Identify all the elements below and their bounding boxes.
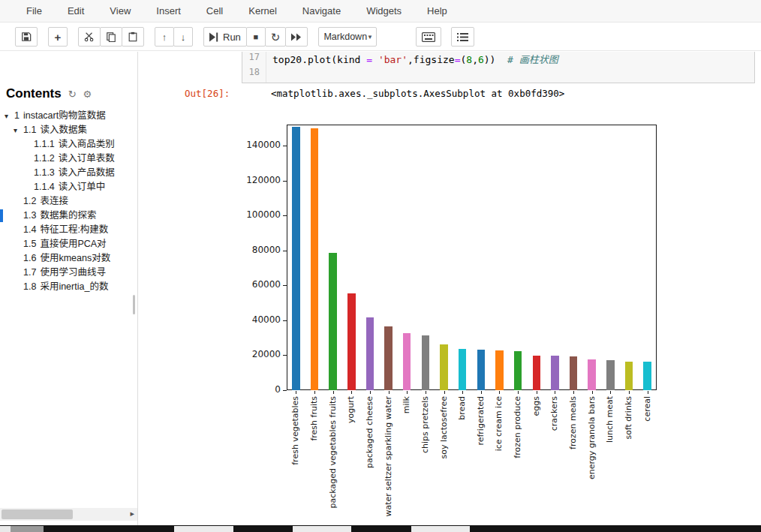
add-cell-button[interactable]: + xyxy=(48,27,68,47)
toc-item-number: 1.2 xyxy=(23,196,36,206)
toc-item-number: 1 xyxy=(14,110,20,121)
toc-item-number: 1.8 xyxy=(23,281,36,292)
toc-item-1.6[interactable]: 1.6使用kmeans对数 xyxy=(0,251,137,266)
menu-item-insert[interactable]: Insert xyxy=(143,0,194,23)
toc-item-1.1.3[interactable]: 1.1.3读入产品数据 xyxy=(0,166,137,180)
x-tick-mark xyxy=(407,391,408,394)
toc-vertical-scrollbar-thumb[interactable] xyxy=(133,295,135,314)
toc-toggle-button[interactable] xyxy=(451,27,474,47)
toc-item-label: 读入产品数据 xyxy=(59,167,115,178)
toc-refresh-icon[interactable]: ↻ xyxy=(68,89,77,100)
y-tick-mark xyxy=(283,320,287,321)
x-tick-label: crackers xyxy=(549,396,559,431)
cut-cell-button[interactable] xyxy=(78,27,101,47)
notebook-toolbar: + ↑ ↓ Run xyxy=(0,23,761,51)
toc-item-1[interactable]: ▾1instacart购物篮数据 xyxy=(0,109,137,123)
menu-item-navigate[interactable]: Navigate xyxy=(290,0,353,23)
code-token: 8 xyxy=(466,54,472,65)
restart-run-all-button[interactable] xyxy=(285,27,308,47)
x-tick-label: milk xyxy=(402,396,411,413)
line-number-gutter: 17 18 xyxy=(242,52,266,83)
code-token xyxy=(372,54,378,65)
paste-icon xyxy=(128,32,138,42)
x-tick-label: soy lactosefree xyxy=(439,396,449,459)
x-tick-label: energy granola bars xyxy=(587,396,597,479)
run-button[interactable]: Run xyxy=(203,27,247,47)
command-palette-button[interactable] xyxy=(416,27,441,47)
matplotlib-figure: 020000400006000080000100000120000140000f… xyxy=(242,110,677,530)
chart-bar xyxy=(347,293,356,390)
restart-kernel-button[interactable]: ↻ xyxy=(265,27,287,47)
chart-bar xyxy=(533,356,541,390)
x-tick-mark xyxy=(555,391,555,394)
chart-bar xyxy=(643,362,651,390)
chart-bar xyxy=(570,356,578,390)
taskbar-segment xyxy=(293,526,351,532)
menu-item-file[interactable]: File xyxy=(14,0,55,23)
cell-type-select[interactable]: Markdown ▼ xyxy=(318,27,377,47)
toc-item-1.7[interactable]: 1.7使用学习曲线寻 xyxy=(0,266,137,280)
x-tick-mark xyxy=(518,391,519,394)
copy-cell-button[interactable] xyxy=(100,27,122,47)
y-tick-mark xyxy=(283,251,287,251)
toc-settings-gear-icon[interactable]: ⚙ xyxy=(83,89,92,100)
toc-item-1.1.4[interactable]: 1.1.4读入订单中 xyxy=(0,180,137,194)
menu-item-cell[interactable]: Cell xyxy=(194,0,236,23)
copy-icon xyxy=(106,32,116,42)
restart-icon: ↻ xyxy=(271,32,281,43)
code-line xyxy=(272,67,754,82)
save-button[interactable] xyxy=(15,27,38,47)
toc-item-1.5[interactable]: 1.5直接使用PCA对 xyxy=(0,237,137,251)
toc-item-1.8[interactable]: 1.8采用inertia_的数 xyxy=(0,280,137,294)
menu-item-kernel[interactable]: Kernel xyxy=(236,0,290,23)
toc-item-label: 直接使用PCA对 xyxy=(40,239,106,249)
collapse-arrow-icon[interactable]: ▾ xyxy=(5,109,8,123)
toc-list-icon xyxy=(457,32,468,42)
run-button-label: Run xyxy=(223,32,241,43)
collapse-arrow-icon[interactable]: ▾ xyxy=(14,123,17,137)
toc-horizontal-scrollbar[interactable]: ▸ xyxy=(0,508,137,521)
menu-item-view[interactable]: View xyxy=(97,0,143,23)
toc-item-label: 读入订单中 xyxy=(59,182,106,192)
toc-item-1.3[interactable]: 1.3数据集的探索 xyxy=(0,209,137,223)
toc-item-1.1.1[interactable]: 1.1.1读入商品类别 xyxy=(0,137,137,152)
taskbar-strip xyxy=(0,525,761,532)
toc-item-label: 读入订单表数 xyxy=(59,153,115,164)
move-cell-down-button[interactable]: ↓ xyxy=(173,27,193,47)
x-tick-mark xyxy=(370,391,371,394)
interrupt-kernel-button[interactable]: ■ xyxy=(246,27,266,47)
move-cell-up-button[interactable]: ↑ xyxy=(155,27,174,47)
chart-bar xyxy=(495,350,504,390)
x-tick-label: frozen meals xyxy=(568,396,578,449)
x-tick-label: cereal xyxy=(642,396,652,422)
x-tick-mark xyxy=(629,391,630,394)
toc-item-1.1.2[interactable]: 1.1.2读入订单表数 xyxy=(0,152,137,166)
toc-item-number: 1.4 xyxy=(23,224,36,235)
y-tick-mark xyxy=(283,390,287,391)
code-token: 6 xyxy=(478,54,484,65)
toc-item-1.2[interactable]: 1.2表连接 xyxy=(0,194,137,209)
paste-cell-button[interactable] xyxy=(122,27,144,47)
toc-item-1.1[interactable]: ▾1.1读入数据集 xyxy=(0,123,137,137)
x-tick-mark xyxy=(389,391,390,394)
chart-bar xyxy=(366,317,374,390)
toc-item-number: 1.5 xyxy=(23,239,36,249)
keyboard-icon xyxy=(422,32,435,42)
menu-item-help[interactable]: Help xyxy=(414,0,460,23)
menu-item-edit[interactable]: Edit xyxy=(55,0,97,23)
x-tick-label: soft drinks xyxy=(624,396,633,440)
code-token: , xyxy=(472,54,478,65)
code-cell-input[interactable]: 17 18 top20.plot(kind = 'bar',figsize=(8… xyxy=(242,52,755,83)
x-tick-label: water seltzer sparkling water xyxy=(384,396,393,517)
x-tick-mark xyxy=(333,391,334,394)
toc-item-label: instacart购物篮数据 xyxy=(23,110,106,121)
toc-item-1.4[interactable]: 1.4特征工程:构建数 xyxy=(0,223,137,237)
scroll-right-arrow-icon[interactable]: ▸ xyxy=(130,509,134,518)
x-tick-label: frozen produce xyxy=(513,396,522,458)
menu-item-widgets[interactable]: Widgets xyxy=(353,0,414,23)
x-tick-label: fresh vegetables xyxy=(290,396,300,465)
toc-scrollbar-thumb[interactable] xyxy=(2,509,73,519)
code-editor[interactable]: top20.plot(kind = 'bar',figsize=(8,6)) #… xyxy=(266,52,754,83)
toc-item-number: 1.1.1 xyxy=(34,139,55,149)
x-tick-mark xyxy=(499,391,500,394)
